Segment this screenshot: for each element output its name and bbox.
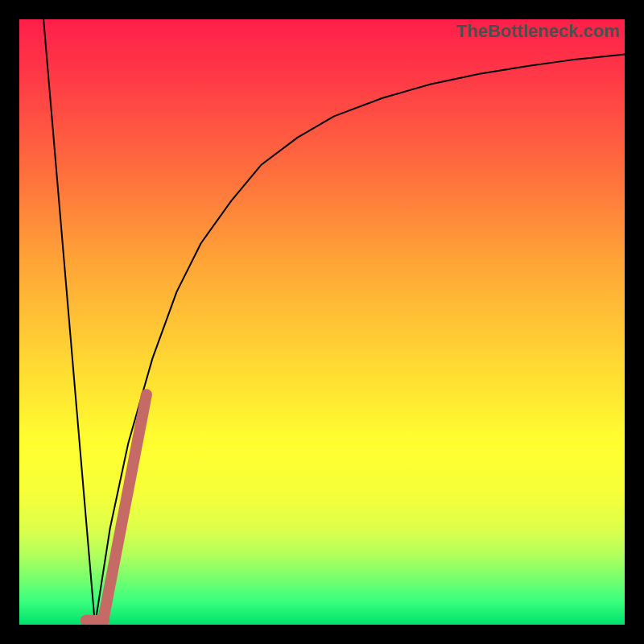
plot-area: TheBottleneck.com xyxy=(19,19,625,625)
watermark-text: TheBottleneck.com xyxy=(456,21,620,42)
series-pink-segment xyxy=(104,394,147,615)
chart-frame: TheBottleneck.com xyxy=(0,0,644,644)
chart-svg xyxy=(19,19,625,625)
series-right-curve xyxy=(95,55,625,625)
series-left-line xyxy=(43,19,95,625)
